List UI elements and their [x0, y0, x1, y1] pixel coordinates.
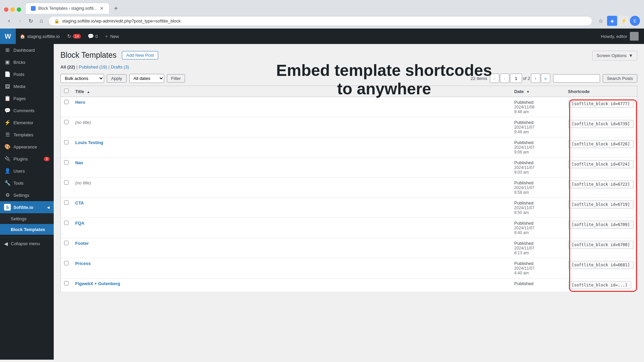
window-close[interactable]	[4, 7, 8, 12]
nav-reload-button[interactable]: ↻	[26, 16, 36, 26]
table-row: (no title) Published 2024/11/079:49 am […	[61, 117, 637, 137]
row-checkbox[interactable]	[64, 281, 68, 285]
shortcode-badge[interactable]: [softlite_block id=6709]	[568, 221, 634, 229]
admin-bar-howdy[interactable]: Howdy, editor	[601, 32, 644, 41]
row-checkbox[interactable]	[64, 200, 68, 205]
row-date-cell: Published 2024/11/078:13 am	[511, 238, 565, 258]
admin-bar-new[interactable]: ＋ New	[101, 29, 122, 44]
user-avatar[interactable]: E	[630, 16, 640, 26]
shortcode-badge[interactable]: [softlite_block id=6681]	[568, 261, 634, 269]
post-date: 2024/11/079:03 am	[514, 165, 561, 175]
collapse-menu[interactable]: ◀ Collapse menu	[0, 237, 54, 250]
post-title-link[interactable]: FigwebX + Gutenberg	[75, 281, 120, 286]
page-number-input[interactable]	[510, 74, 522, 83]
search-posts-button[interactable]: Search Posts	[603, 74, 637, 83]
filter-drafts[interactable]: Drafts (3)	[111, 64, 129, 70]
sidebar-item-bricks[interactable]: ▣ Bricks	[0, 56, 54, 68]
row-checkbox-cell	[61, 238, 72, 258]
nav-back-button[interactable]: ‹	[4, 16, 14, 26]
last-page-button[interactable]: »	[541, 74, 550, 83]
row-checkbox[interactable]	[64, 241, 68, 245]
admin-bar-comments[interactable]: 💬 0	[84, 29, 101, 44]
sidebar-item-comments[interactable]: 💬 Comments	[0, 104, 54, 117]
extension-icon-2[interactable]: ⚡	[618, 16, 629, 26]
window-minimize[interactable]	[10, 7, 15, 12]
filter-all[interactable]: All (22)	[60, 64, 75, 70]
post-title-link[interactable]: Footer	[75, 241, 89, 246]
address-bar[interactable]: 🔒	[48, 16, 592, 26]
shortcode-badge[interactable]: [softlite_block id=6700]	[568, 241, 634, 249]
admin-bar-updates[interactable]: ↻ 14	[64, 29, 84, 44]
screen-options-button[interactable]: Screen Options ▼	[592, 51, 637, 60]
shortcode-badge[interactable]: [softlite_block id=6722]	[568, 180, 634, 188]
admin-bar-site[interactable]: 🏠 staging.softlite.io	[16, 29, 64, 44]
admin-avatar	[630, 32, 639, 41]
select-all-checkbox[interactable]	[64, 89, 68, 93]
sidebar-item-users[interactable]: 👤 Users	[0, 165, 54, 177]
row-checkbox-cell	[61, 178, 72, 198]
post-title-link[interactable]: (no title)	[75, 180, 91, 185]
window-maximize[interactable]	[17, 7, 21, 12]
shortcode-badge[interactable]: [softlite_block id=6739]	[568, 120, 634, 128]
row-checkbox[interactable]	[64, 180, 68, 185]
apply-button[interactable]: Apply	[107, 74, 127, 83]
post-title-link[interactable]: Nav	[75, 160, 83, 165]
sidebar-item-plugins[interactable]: 🔌 Plugins 9	[0, 153, 54, 165]
new-tab-button[interactable]: +	[111, 3, 122, 14]
row-checkbox-cell	[61, 137, 72, 157]
shortcode-badge[interactable]: [softlite_block id=...]	[568, 281, 631, 289]
page-of-text: of 2	[523, 76, 530, 81]
nav-home-button[interactable]: ⌂	[36, 16, 46, 26]
shortcode-badge[interactable]: [softlite_block id=6777]	[568, 100, 634, 108]
bulk-actions-select[interactable]: Bulk actions	[60, 74, 104, 83]
filter-button[interactable]: Filter	[167, 74, 185, 83]
sidebar-softlite-parent[interactable]: S Softlite.io ◀	[0, 201, 54, 213]
row-title-cell: Footer	[72, 238, 511, 258]
sidebar-item-pages[interactable]: 📋 Pages	[0, 92, 54, 104]
tab-close-icon[interactable]: ✕	[100, 6, 104, 11]
filter-published[interactable]: Published (19)	[79, 64, 107, 70]
settings-icon: ⚙	[4, 192, 11, 198]
sidebar-item-posts[interactable]: 📄 Posts	[0, 68, 54, 80]
shortcode-badge[interactable]: [softlite_block id=6719]	[568, 200, 634, 209]
first-page-button[interactable]: «	[490, 74, 499, 83]
dates-filter-select[interactable]: All dates	[129, 74, 164, 83]
sidebar-item-settings-sub[interactable]: Settings	[0, 213, 54, 224]
row-date-cell: Published 2024/11/074:40 am	[511, 258, 565, 278]
sidebar-item-templates[interactable]: ☰ Templates	[0, 129, 54, 141]
col-date-header[interactable]: Date ▼	[511, 86, 565, 97]
bookmark-icon[interactable]: ☆	[596, 16, 606, 26]
sidebar-item-settings[interactable]: ⚙ Settings	[0, 189, 54, 201]
row-checkbox[interactable]	[64, 160, 68, 165]
post-title-link[interactable]: Louis Testing	[75, 140, 103, 145]
row-checkbox[interactable]	[64, 120, 68, 124]
next-page-button[interactable]: ›	[531, 74, 540, 83]
col-title-header[interactable]: Title ▲	[72, 86, 511, 97]
post-title-link[interactable]: Pricess	[75, 261, 91, 266]
row-checkbox[interactable]	[64, 140, 68, 144]
post-title-link[interactable]: CTA	[75, 200, 84, 206]
add-new-post-button[interactable]: Add New Post	[122, 51, 158, 59]
sidebar-item-appearance[interactable]: 🎨 Appearance	[0, 141, 54, 153]
sidebar-item-media[interactable]: 🖼 Media	[0, 80, 54, 92]
browser-tab-active[interactable]: Block Templates ‹ staging.softli... ✕	[25, 3, 109, 14]
sidebar-item-tools[interactable]: 🔧 Tools	[0, 177, 54, 189]
sidebar-item-block-templates[interactable]: Block Templates	[0, 224, 54, 235]
row-checkbox[interactable]	[64, 261, 68, 265]
post-title-link[interactable]: Hero	[75, 100, 85, 105]
pages-icon: 📋	[4, 95, 11, 101]
search-posts-input[interactable]	[553, 74, 600, 83]
shortcode-badge[interactable]: [softlite_block id=6724]	[568, 160, 634, 168]
extension-icon-1[interactable]: ◈	[607, 16, 617, 26]
prev-page-button[interactable]: ‹	[500, 74, 509, 83]
nav-forward-button[interactable]: ›	[15, 16, 25, 26]
row-checkbox[interactable]	[64, 100, 68, 104]
post-title-link[interactable]: FQA	[75, 221, 84, 226]
sidebar-item-elementor[interactable]: ⚡ Elementor	[0, 117, 54, 129]
row-checkbox[interactable]	[64, 221, 68, 225]
shortcode-badge[interactable]: [softlite_block id=6726]	[568, 140, 634, 148]
wp-logo-item[interactable]: W	[0, 29, 16, 44]
sidebar-item-dashboard[interactable]: ⊞ Dashboard	[0, 44, 54, 56]
address-input[interactable]	[62, 18, 587, 24]
post-title-link[interactable]: (no title)	[75, 120, 91, 125]
